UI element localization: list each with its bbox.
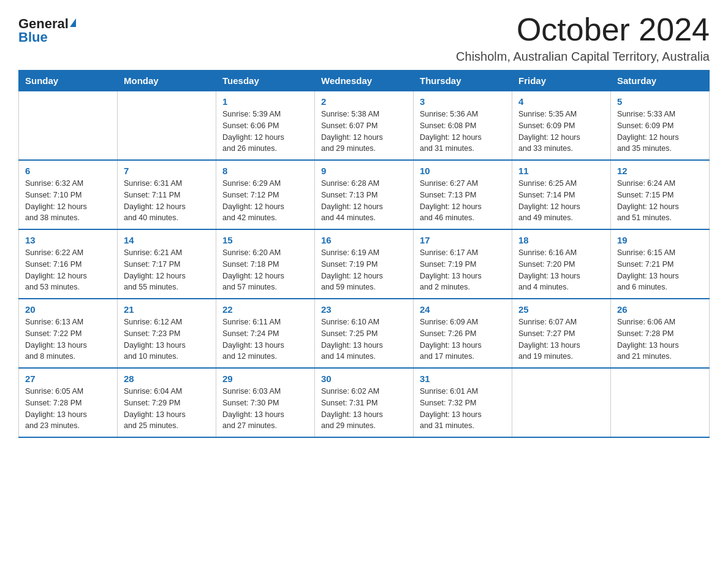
day-number: 27: [25, 373, 111, 384]
day-info: Sunrise: 6:24 AMSunset: 7:15 PMDaylight:…: [617, 178, 703, 224]
day-number: 20: [25, 304, 111, 315]
day-number: 3: [420, 96, 506, 107]
day-info: Sunrise: 6:17 AMSunset: 7:19 PMDaylight:…: [420, 247, 506, 293]
week-row-2: 6Sunrise: 6:32 AMSunset: 7:10 PMDaylight…: [19, 160, 710, 229]
day-info: Sunrise: 6:27 AMSunset: 7:13 PMDaylight:…: [420, 178, 506, 224]
week-row-3: 13Sunrise: 6:22 AMSunset: 7:16 PMDayligh…: [19, 229, 710, 299]
calendar-cell: 1Sunrise: 5:39 AMSunset: 6:06 PMDaylight…: [216, 91, 315, 161]
calendar-cell: 15Sunrise: 6:20 AMSunset: 7:18 PMDayligh…: [216, 229, 315, 299]
location-title: Chisholm, Australian Capital Territory, …: [456, 50, 710, 64]
day-number: 18: [518, 235, 604, 245]
day-info: Sunrise: 6:01 AMSunset: 7:32 PMDaylight:…: [420, 386, 506, 432]
day-number: 13: [25, 235, 111, 245]
calendar-cell: 27Sunrise: 6:05 AMSunset: 7:28 PMDayligh…: [19, 368, 118, 437]
day-number: 15: [222, 235, 308, 245]
calendar-cell: 12Sunrise: 6:24 AMSunset: 7:15 PMDayligh…: [611, 160, 710, 229]
logo-general: General: [18, 17, 69, 31]
day-info: Sunrise: 6:12 AMSunset: 7:23 PMDaylight:…: [124, 316, 210, 362]
col-header-saturday: Saturday: [611, 71, 710, 91]
calendar-cell: 22Sunrise: 6:11 AMSunset: 7:24 PMDayligh…: [216, 299, 315, 368]
day-info: Sunrise: 5:36 AMSunset: 6:08 PMDaylight:…: [420, 109, 506, 155]
day-info: Sunrise: 6:05 AMSunset: 7:28 PMDaylight:…: [25, 386, 111, 432]
week-row-4: 20Sunrise: 6:13 AMSunset: 7:22 PMDayligh…: [19, 299, 710, 368]
col-header-monday: Monday: [118, 71, 216, 91]
calendar-cell: 26Sunrise: 6:06 AMSunset: 7:28 PMDayligh…: [611, 299, 710, 368]
col-header-wednesday: Wednesday: [315, 71, 414, 91]
day-info: Sunrise: 6:13 AMSunset: 7:22 PMDaylight:…: [25, 316, 111, 362]
calendar-cell: 3Sunrise: 5:36 AMSunset: 6:08 PMDaylight…: [414, 91, 512, 161]
day-info: Sunrise: 6:11 AMSunset: 7:24 PMDaylight:…: [222, 316, 308, 362]
day-info: Sunrise: 6:29 AMSunset: 7:12 PMDaylight:…: [222, 178, 308, 224]
day-info: Sunrise: 6:04 AMSunset: 7:29 PMDaylight:…: [124, 386, 210, 432]
col-header-friday: Friday: [512, 71, 611, 91]
calendar-cell: 30Sunrise: 6:02 AMSunset: 7:31 PMDayligh…: [315, 368, 414, 437]
calendar-table: SundayMondayTuesdayWednesdayThursdayFrid…: [18, 70, 710, 438]
calendar-cell: 5Sunrise: 5:33 AMSunset: 6:09 PMDaylight…: [611, 91, 710, 161]
calendar-cell: [611, 368, 710, 437]
calendar-cell: 4Sunrise: 5:35 AMSunset: 6:09 PMDaylight…: [512, 91, 611, 161]
calendar-cell: 16Sunrise: 6:19 AMSunset: 7:19 PMDayligh…: [315, 229, 414, 299]
day-number: 31: [420, 373, 506, 384]
day-info: Sunrise: 6:31 AMSunset: 7:11 PMDaylight:…: [124, 178, 210, 224]
calendar-cell: 24Sunrise: 6:09 AMSunset: 7:26 PMDayligh…: [414, 299, 512, 368]
calendar-cell: 31Sunrise: 6:01 AMSunset: 7:32 PMDayligh…: [414, 368, 512, 437]
calendar-cell: 25Sunrise: 6:07 AMSunset: 7:27 PMDayligh…: [512, 299, 611, 368]
day-number: 23: [321, 304, 407, 315]
day-info: Sunrise: 6:20 AMSunset: 7:18 PMDaylight:…: [222, 247, 308, 293]
week-row-5: 27Sunrise: 6:05 AMSunset: 7:28 PMDayligh…: [19, 368, 710, 437]
day-info: Sunrise: 6:06 AMSunset: 7:28 PMDaylight:…: [617, 316, 703, 362]
day-number: 2: [321, 96, 407, 107]
day-number: 30: [321, 373, 407, 384]
day-info: Sunrise: 6:28 AMSunset: 7:13 PMDaylight:…: [321, 178, 407, 224]
calendar-cell: 28Sunrise: 6:04 AMSunset: 7:29 PMDayligh…: [118, 368, 216, 437]
col-header-sunday: Sunday: [19, 71, 118, 91]
calendar-cell: 13Sunrise: 6:22 AMSunset: 7:16 PMDayligh…: [19, 229, 118, 299]
calendar-cell: 2Sunrise: 5:38 AMSunset: 6:07 PMDaylight…: [315, 91, 414, 161]
day-number: 26: [617, 304, 703, 315]
day-number: 6: [25, 166, 111, 176]
day-info: Sunrise: 6:25 AMSunset: 7:14 PMDaylight:…: [518, 178, 604, 224]
calendar-header: SundayMondayTuesdayWednesdayThursdayFrid…: [19, 71, 710, 91]
day-number: 7: [124, 166, 210, 176]
day-number: 12: [617, 166, 703, 176]
day-number: 4: [518, 96, 604, 107]
day-number: 9: [321, 166, 407, 176]
day-info: Sunrise: 6:22 AMSunset: 7:16 PMDaylight:…: [25, 247, 111, 293]
day-info: Sunrise: 5:35 AMSunset: 6:09 PMDaylight:…: [518, 109, 604, 155]
day-info: Sunrise: 6:16 AMSunset: 7:20 PMDaylight:…: [518, 247, 604, 293]
calendar-cell: 29Sunrise: 6:03 AMSunset: 7:30 PMDayligh…: [216, 368, 315, 437]
day-number: 17: [420, 235, 506, 245]
day-number: 21: [124, 304, 210, 315]
day-info: Sunrise: 6:19 AMSunset: 7:19 PMDaylight:…: [321, 247, 407, 293]
day-info: Sunrise: 5:39 AMSunset: 6:06 PMDaylight:…: [222, 109, 308, 155]
week-row-1: 1Sunrise: 5:39 AMSunset: 6:06 PMDaylight…: [19, 91, 710, 161]
day-number: 11: [518, 166, 604, 176]
day-number: 5: [617, 96, 703, 107]
day-number: 14: [124, 235, 210, 245]
month-title: October 2024: [456, 12, 710, 47]
calendar-body: 1Sunrise: 5:39 AMSunset: 6:06 PMDaylight…: [19, 91, 710, 438]
day-number: 10: [420, 166, 506, 176]
day-number: 28: [124, 373, 210, 384]
logo-triangle-icon: [70, 18, 76, 27]
logo: General Blue: [18, 17, 76, 44]
header-row: SundayMondayTuesdayWednesdayThursdayFrid…: [19, 71, 710, 91]
calendar-cell: 21Sunrise: 6:12 AMSunset: 7:23 PMDayligh…: [118, 299, 216, 368]
calendar-cell: 11Sunrise: 6:25 AMSunset: 7:14 PMDayligh…: [512, 160, 611, 229]
day-info: Sunrise: 5:33 AMSunset: 6:09 PMDaylight:…: [617, 109, 703, 155]
logo-blue: Blue: [18, 31, 48, 44]
day-info: Sunrise: 6:10 AMSunset: 7:25 PMDaylight:…: [321, 316, 407, 362]
calendar-cell: [118, 91, 216, 161]
calendar-cell: [19, 91, 118, 161]
calendar-cell: 8Sunrise: 6:29 AMSunset: 7:12 PMDaylight…: [216, 160, 315, 229]
day-number: 16: [321, 235, 407, 245]
page-header: General Blue October 2024 Chisholm, Aust…: [18, 12, 710, 64]
day-info: Sunrise: 6:09 AMSunset: 7:26 PMDaylight:…: [420, 316, 506, 362]
day-info: Sunrise: 6:07 AMSunset: 7:27 PMDaylight:…: [518, 316, 604, 362]
calendar-cell: 20Sunrise: 6:13 AMSunset: 7:22 PMDayligh…: [19, 299, 118, 368]
calendar-cell: [512, 368, 611, 437]
day-number: 22: [222, 304, 308, 315]
day-info: Sunrise: 6:02 AMSunset: 7:31 PMDaylight:…: [321, 386, 407, 432]
calendar-cell: 17Sunrise: 6:17 AMSunset: 7:19 PMDayligh…: [414, 229, 512, 299]
day-number: 19: [617, 235, 703, 245]
